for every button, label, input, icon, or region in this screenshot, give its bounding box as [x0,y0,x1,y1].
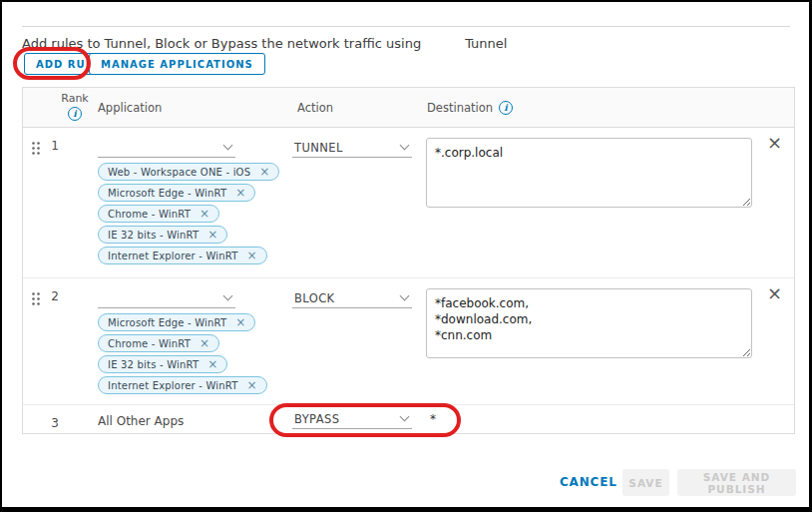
application-select[interactable] [98,136,235,158]
table-header: Rank i Application Action Destination i [23,88,794,128]
intro-text-before: Add rules to Tunnel, Block or Bypass the… [22,36,421,51]
rank-column-header: Rank i [51,92,99,121]
action-column-header: Action [297,101,333,115]
remove-tag-icon[interactable]: × [200,337,209,349]
destination-info-icon[interactable]: i [499,101,513,115]
chevron-down-icon [223,141,233,151]
save-button[interactable]: SAVE [622,469,669,496]
remove-tag-icon[interactable]: × [207,229,217,241]
remove-tag-icon[interactable]: × [207,358,217,370]
chevron-down-icon [400,412,410,422]
application-column-header: Application [98,101,162,115]
rules-table: Rank i Application Action Destination i … [22,87,795,434]
application-tags: Web - Workspace ONE - iOS × Microsoft Ed… [98,163,279,264]
application-select[interactable] [98,286,235,308]
rule-rank: 3 [45,416,65,430]
chevron-down-icon [400,291,410,301]
remove-tag-icon[interactable]: × [247,250,257,261]
network-traffic-rules-panel: Add rules to Tunnel, Block or Bypass the… [0,0,812,512]
app-tag: Web - Workspace ONE - iOS × [98,163,279,181]
app-tag: Microsoft Edge - WinRT × [98,313,255,331]
remove-tag-icon[interactable]: × [200,208,209,220]
chevron-down-icon [400,141,410,151]
rule-rank: 1 [45,139,65,153]
intro-product-name: Tunnel [465,36,507,51]
destination-textarea[interactable]: *.corp.local [426,138,752,208]
rule-row-2: 2 Microsoft Edge - WinRT × Chrome - WinR… [23,278,794,405]
action-select[interactable]: TUNNEL [292,136,412,158]
action-select[interactable]: BYPASS [292,407,412,429]
destination-textarea[interactable]: *facebook.com, *download.com, *cnn.com [426,288,752,358]
app-tag: Chrome - WinRT × [98,205,219,223]
app-tag: Chrome - WinRT × [98,334,219,352]
rule-row-1: 1 Web - Workspace ONE - iOS × Microsoft … [23,128,794,278]
rank-info-icon[interactable]: i [68,107,82,121]
app-tag: Internet Explorer - WinRT × [98,247,267,264]
remove-tag-icon[interactable]: × [247,379,257,391]
remove-tag-icon[interactable]: × [235,187,245,199]
cancel-button[interactable]: CANCEL [560,475,617,489]
rule-rank: 2 [45,289,65,303]
delete-row-icon[interactable]: × [767,134,782,152]
application-tags: Microsoft Edge - WinRT × Chrome - WinRT … [98,313,267,394]
delete-row-icon[interactable]: × [767,284,782,302]
manage-applications-button[interactable]: MANAGE APPLICATIONS [89,53,265,75]
application-label: All Other Apps [98,414,184,428]
destination-value: * [430,412,436,426]
chevron-down-icon [223,291,233,301]
remove-tag-icon[interactable]: × [235,316,245,328]
app-tag: Internet Explorer - WinRT × [98,376,267,394]
drag-handle-icon[interactable] [31,291,41,306]
save-and-publish-button[interactable]: SAVE AND PUBLISH [677,469,796,496]
intro-text: Add rules to Tunnel, Block or Bypass the… [22,36,507,51]
remove-tag-icon[interactable]: × [259,166,269,178]
app-tag: IE 32 bits - WinRT × [98,226,227,244]
app-tag: Microsoft Edge - WinRT × [98,184,255,202]
action-select[interactable]: BLOCK [292,286,412,308]
rule-row-3: 3 All Other Apps BYPASS * [23,405,794,435]
destination-column-header: Destination i [427,101,513,115]
top-divider [22,26,790,27]
drag-handle-icon[interactable] [31,141,41,156]
app-tag: IE 32 bits - WinRT × [98,355,227,373]
